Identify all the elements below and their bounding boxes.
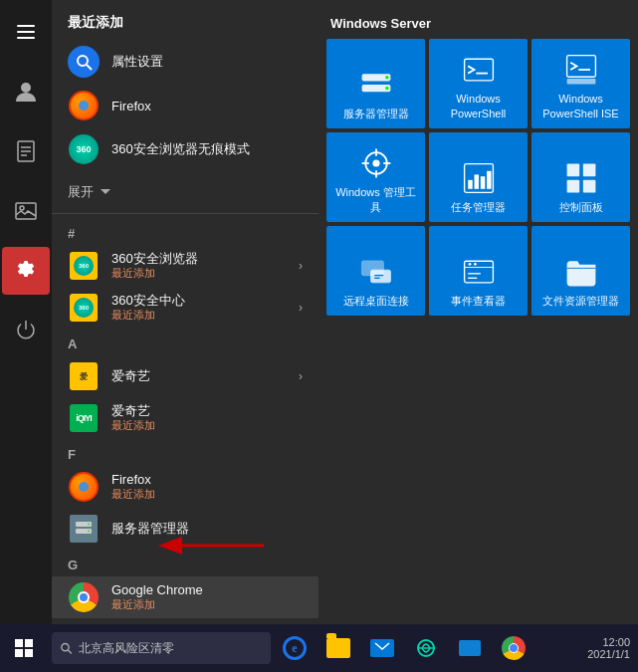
tile-task-manager[interactable]: 任务管理器	[429, 132, 528, 222]
taskbar-clock: 12:00 2021/1/1	[587, 636, 630, 660]
svg-rect-25	[566, 79, 595, 84]
svg-rect-42	[370, 270, 390, 283]
power-button[interactable]	[2, 307, 50, 354]
chrome-name: Google Chrome	[111, 582, 303, 598]
svg-rect-1	[17, 31, 35, 33]
chrome-sub: 最近添加	[111, 597, 303, 612]
ie-icon: e	[283, 636, 307, 660]
360-incognito-label: 360安全浏览器无痕模式	[111, 140, 250, 158]
servermanager-text: 服务器管理器	[111, 521, 303, 537]
svg-rect-37	[566, 163, 579, 176]
app-item-chrome[interactable]: Google Chrome 最近添加	[52, 576, 319, 618]
svg-point-9	[20, 206, 24, 210]
360center-icon: 360	[68, 292, 100, 324]
alpha-section-hash: # 360 360安全浏览器 最近添加 ›	[52, 222, 319, 333]
documents-button[interactable]	[2, 127, 50, 175]
360center-name: 360安全中心	[111, 293, 287, 309]
app-item-iqiyi2[interactable]: iQIYI 爱奇艺 最近添加	[52, 397, 319, 439]
recent-item-360-incognito[interactable]: 360 360安全浏览器无痕模式	[52, 127, 319, 171]
tile-label-powershell-ise: Windows PowerShell ISE	[535, 92, 626, 120]
app-item-servermanager[interactable]: 服务器管理器	[52, 508, 319, 550]
firefox-icon	[68, 471, 100, 503]
shuxing-label: 属性设置	[111, 53, 163, 71]
app-item-firefox[interactable]: Firefox 最近添加	[52, 466, 319, 508]
svg-line-11	[87, 65, 92, 70]
360browser-arrow: ›	[299, 259, 303, 273]
svg-point-19	[385, 76, 389, 80]
360-incognito-icon: 360	[68, 133, 100, 165]
firefox-top-label: Firefox	[111, 99, 151, 113]
tiles-panel: Windows Server 服务器管理器	[319, 0, 638, 624]
tile-file-explorer[interactable]: 文件资源管理器	[532, 226, 630, 316]
tile-powershell-ise[interactable]: Windows PowerShell ISE	[532, 39, 630, 128]
alpha-section-g: G Google Chrome 最近添加	[52, 554, 319, 622]
alpha-header-g: G	[52, 554, 319, 576]
taskbar-chrome-circle	[502, 636, 526, 660]
svg-line-53	[68, 650, 72, 654]
360browser-name: 360安全浏览器	[111, 251, 287, 267]
taskbar-folder-icon[interactable]	[319, 624, 358, 672]
tile-control-panel[interactable]: 控制面板	[532, 132, 630, 222]
svg-point-52	[62, 643, 69, 650]
taskbar-mail2-icon[interactable]	[450, 624, 490, 672]
iqiyi1-icon: 爱	[68, 360, 100, 392]
svg-point-48	[474, 263, 477, 266]
iqiyi1-arrow: ›	[299, 369, 303, 383]
firefox-sub: 最近添加	[111, 487, 303, 502]
360browser-text: 360安全浏览器 最近添加	[111, 251, 287, 282]
settings-button[interactable]	[2, 247, 50, 295]
mail2-icon	[459, 640, 481, 656]
expand-button[interactable]: 展开	[52, 179, 319, 205]
svg-rect-33	[468, 180, 473, 189]
taskbar-chrome-icon[interactable]	[494, 624, 533, 672]
app-list-panel: 最近添加 属性设置	[52, 0, 319, 624]
app-item-360center[interactable]: 360 360安全中心 最近添加 ›	[52, 287, 319, 329]
taskbar-ie-icon[interactable]: e	[275, 624, 315, 672]
taskbar-time: 12:00	[587, 636, 630, 648]
svg-point-20	[385, 87, 389, 91]
section-divider	[52, 213, 319, 214]
tile-remote-desktop[interactable]: 远程桌面连接	[326, 226, 425, 316]
tile-label-admin-tools: Windows 管理工具	[330, 185, 421, 214]
hamburger-menu-button[interactable]	[2, 8, 50, 56]
svg-rect-39	[566, 180, 579, 193]
recent-item-firefox-top[interactable]: Firefox	[52, 84, 319, 127]
tile-server-manager[interactable]: 服务器管理器	[326, 39, 425, 128]
iqiyi2-icon: iQIYI	[68, 402, 100, 434]
app-item-360browser[interactable]: 360 360安全浏览器 最近添加 ›	[52, 245, 319, 287]
svg-point-3	[21, 83, 31, 93]
firefox-text: Firefox 最近添加	[111, 472, 303, 503]
svg-rect-0	[17, 25, 35, 27]
alpha-header-hash: #	[52, 222, 319, 245]
iqiyi2-text: 爱奇艺 最近添加	[111, 403, 303, 434]
taskbar-mail-icon[interactable]	[362, 624, 402, 672]
svg-point-47	[468, 263, 471, 266]
taskbar-network-icon[interactable]	[406, 624, 446, 672]
app-item-iqiyi1[interactable]: 爱 爱奇艺 ›	[52, 355, 319, 397]
360browser-sub: 最近添加	[111, 266, 287, 281]
svg-point-14	[88, 524, 90, 526]
tile-admin-tools[interactable]: Windows 管理工具	[326, 132, 425, 222]
svg-point-15	[88, 531, 90, 533]
firefox-name: Firefox	[111, 472, 303, 488]
app-scroll-area[interactable]: 属性设置 Firefox 360	[52, 40, 319, 624]
servermanager-name: 服务器管理器	[111, 521, 303, 537]
tile-event-viewer[interactable]: 事件查看器	[429, 226, 528, 316]
start-button[interactable]	[0, 624, 48, 672]
user-icon-button[interactable]	[2, 68, 50, 115]
chrome-app-icon	[68, 581, 100, 613]
taskbar-search[interactable]	[52, 632, 271, 664]
alpha-section-a: A 爱 爱奇艺 › iQIYI	[52, 333, 319, 443]
chrome-text: Google Chrome 最近添加	[111, 582, 303, 613]
360center-arrow: ›	[299, 301, 303, 315]
folder-icon	[326, 638, 350, 658]
recent-item-shuxing[interactable]: 属性设置	[52, 40, 319, 84]
tile-label-event-viewer: 事件查看器	[451, 294, 506, 308]
alpha-header-a: A	[52, 333, 319, 355]
svg-rect-21	[464, 60, 493, 82]
tile-label-server: 服务器管理器	[343, 107, 409, 120]
pictures-button[interactable]	[2, 187, 50, 235]
tile-powershell[interactable]: Windows PowerShell	[429, 39, 528, 128]
taskbar-search-input[interactable]	[79, 641, 263, 655]
iqiyi1-name: 爱奇艺	[111, 368, 287, 384]
